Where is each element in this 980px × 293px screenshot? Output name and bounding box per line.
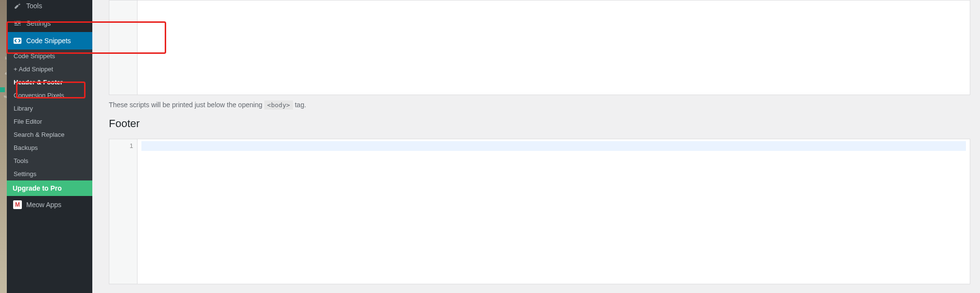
submenu-item-label: Settings [14,170,36,178]
code-icon [13,36,22,46]
body-scripts-editor[interactable] [109,0,970,95]
taskbar-indicator: % [0,95,7,98]
submenu-item-backups[interactable]: Backups [7,141,92,154]
submenu-item-upgrade-pro[interactable]: Upgrade to Pro [7,180,92,196]
sidebar-item-meow-apps[interactable]: M Meow Apps [7,196,92,211]
submenu-item-label: Search & Replace [14,131,65,138]
sidebar-item-settings[interactable]: Settings [7,15,92,32]
editor-gutter: 1 [109,139,138,284]
main-content: These scripts will be printed just below… [92,0,980,293]
sidebar-item-label: Settings [26,19,51,27]
os-taskbar-sliver: 1 4 % [0,0,7,293]
submenu-item-label: Code Snippets [14,52,55,60]
taskbar-indicator: 1 [0,56,7,60]
help-text-prefix: These scripts will be printed just below… [109,101,264,109]
sidebar-item-label: Meow Apps [26,201,61,209]
taskbar-indicator: 4 [0,72,7,75]
editor-textarea[interactable] [138,139,970,284]
submenu-item-library[interactable]: Library [7,102,92,115]
submenu-item-label: Library [14,105,33,112]
submenu-item-header-footer[interactable]: Header & Footer [7,76,92,89]
meow-apps-icon: M [13,200,22,210]
submenu-item-conversion-pixels[interactable]: Conversion Pixels [7,89,92,102]
section-title-footer: Footer [109,117,970,130]
submenu-item-label: Tools [14,157,28,164]
submenu-item-add-snippet[interactable]: + Add Snippet [7,63,92,76]
submenu-item-label: + Add Snippet [14,65,53,73]
submenu-item-label: Backups [14,144,38,151]
submenu-item-settings[interactable]: Settings [7,167,92,180]
help-text-code: <body> [264,100,293,110]
admin-sidebar: Tools Settings Code Snippets Code Snippe… [7,0,92,293]
footer-scripts-editor[interactable]: 1 [109,139,970,284]
submenu-item-label: Conversion Pixels [14,92,64,99]
taskbar-badge [0,87,5,92]
sidebar-item-label: Code Snippets [26,37,71,45]
submenu-item-label: Header & Footer [14,79,63,86]
wrench-icon [13,1,22,11]
sliders-icon [13,18,22,28]
editor-gutter [109,0,138,95]
submenu-item-file-editor[interactable]: File Editor [7,115,92,128]
submenu-item-search-replace[interactable]: Search & Replace [7,128,92,141]
line-number: 1 [109,142,133,149]
submenu-item-code-snippets[interactable]: Code Snippets [7,49,92,63]
sidebar-item-code-snippets[interactable]: Code Snippets [7,32,92,49]
sidebar-item-tools[interactable]: Tools [7,0,92,15]
code-snippets-submenu: Code Snippets + Add Snippet Header & Foo… [7,49,92,180]
editor-textarea[interactable] [138,0,970,95]
help-text-suffix: tag. [295,101,306,109]
submenu-item-label: Upgrade to Pro [13,184,62,192]
submenu-item-tools[interactable]: Tools [7,154,92,167]
editor-active-line [141,141,966,151]
sidebar-item-label: Tools [26,2,42,10]
submenu-item-label: File Editor [14,118,42,125]
body-scripts-help-text: These scripts will be printed just below… [109,101,970,109]
